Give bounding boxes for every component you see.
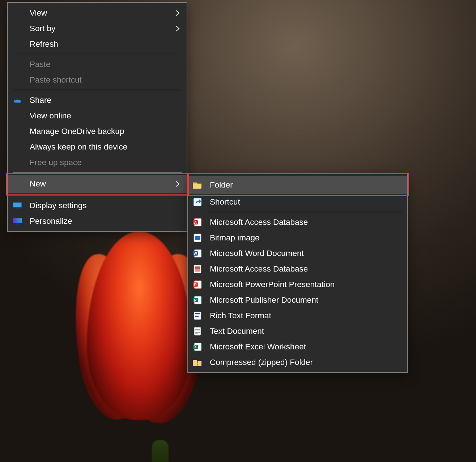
menu-label: Free up space	[30, 158, 181, 167]
menu-label: Refresh	[30, 39, 181, 49]
onedrive-icon	[12, 95, 22, 105]
bitmap-icon	[192, 233, 203, 243]
menu-item-view[interactable]: View	[8, 5, 187, 21]
menu-item-always-keep[interactable]: Always keep on this device	[8, 139, 187, 155]
publisher-icon: P	[192, 295, 203, 305]
svg-text:A: A	[194, 220, 196, 224]
menu-separator	[13, 172, 182, 173]
zip-folder-icon	[192, 357, 203, 368]
menu-label: Bitmap image	[210, 233, 401, 243]
submenu-item-folder[interactable]: Folder	[188, 176, 407, 194]
blank-icon	[12, 8, 22, 18]
menu-item-free-up-space: Free up space	[8, 155, 187, 170]
submenu-item-access-database[interactable]: A Microsoft Access Database	[188, 214, 407, 230]
shortcut-icon	[192, 197, 203, 207]
menu-item-manage-onedrive-backup[interactable]: Manage OneDrive backup	[8, 123, 187, 139]
rtf-icon	[192, 311, 203, 321]
menu-item-display-settings[interactable]: Display settings	[8, 198, 187, 213]
menu-label: Share	[30, 96, 181, 105]
blank-icon	[12, 39, 22, 49]
svg-rect-25	[194, 312, 201, 320]
svg-rect-17	[195, 266, 200, 269]
menu-item-view-online[interactable]: View online	[8, 108, 187, 123]
menu-item-paste: Paste	[8, 56, 187, 72]
menu-label: View	[30, 8, 174, 18]
menu-label: Microsoft Access Database	[210, 264, 401, 274]
menu-separator	[13, 195, 182, 196]
display-settings-icon	[12, 201, 22, 211]
menu-label: Microsoft PowerPoint Presentation	[210, 280, 401, 289]
personalize-icon	[12, 216, 22, 226]
menu-label: Personalize	[30, 217, 181, 226]
submenu-item-rtf[interactable]: Rich Text Format	[188, 308, 407, 323]
svg-rect-40	[197, 364, 198, 365]
submenu-item-word[interactable]: W Microsoft Word Document	[188, 245, 407, 261]
menu-item-share[interactable]: Share	[8, 92, 187, 108]
blank-icon	[12, 142, 22, 152]
menu-item-refresh[interactable]: Refresh	[8, 36, 187, 52]
menu-label: New	[30, 179, 174, 189]
submenu-item-access-database-2[interactable]: Microsoft Access Database	[188, 261, 407, 277]
chevron-right-icon	[174, 181, 181, 187]
submenu-item-shortcut[interactable]: Shortcut	[188, 194, 407, 210]
menu-separator	[208, 212, 402, 212]
menu-label: Shortcut	[210, 197, 401, 207]
word-icon: W	[192, 248, 203, 259]
svg-rect-18	[195, 269, 200, 272]
submenu-item-powerpoint[interactable]: P Microsoft PowerPoint Presentation	[188, 277, 407, 292]
svg-text:P: P	[194, 298, 197, 302]
menu-item-new[interactable]: New	[8, 175, 187, 193]
svg-rect-39	[197, 362, 198, 363]
menu-label: Rich Text Format	[210, 311, 401, 320]
submenu-item-zip[interactable]: Compressed (zipped) Folder	[188, 354, 407, 370]
text-file-icon	[192, 326, 203, 336]
svg-rect-33	[195, 333, 198, 334]
blank-icon	[12, 75, 22, 85]
menu-item-paste-shortcut: Paste shortcut	[8, 72, 187, 88]
excel-icon: X	[192, 342, 203, 352]
menu-label: Microsoft Publisher Document	[210, 295, 401, 305]
wallpaper-flower	[72, 232, 206, 462]
menu-label: Microsoft Excel Worksheet	[210, 342, 401, 352]
wallpaper-stem	[152, 440, 169, 462]
svg-rect-12	[195, 236, 200, 240]
menu-item-sort-by[interactable]: Sort by	[8, 21, 187, 36]
chevron-right-icon	[174, 25, 181, 32]
menu-separator	[13, 90, 182, 90]
access-file-icon	[192, 264, 203, 274]
blank-icon	[12, 59, 22, 70]
svg-rect-32	[195, 332, 200, 333]
svg-text:W: W	[194, 252, 197, 256]
svg-rect-16	[194, 265, 201, 273]
svg-rect-26	[195, 313, 200, 314]
submenu-item-bitmap[interactable]: Bitmap image	[188, 230, 407, 245]
svg-rect-4	[13, 218, 22, 223]
submenu-item-text[interactable]: Text Document	[188, 323, 407, 339]
svg-rect-5	[16, 223, 19, 224]
menu-label: Sort by	[30, 24, 174, 33]
svg-text:P: P	[194, 283, 197, 287]
menu-label: Microsoft Access Database	[210, 218, 401, 227]
chevron-right-icon	[174, 10, 181, 16]
menu-label: Manage OneDrive backup	[30, 127, 181, 136]
submenu-item-publisher[interactable]: P Microsoft Publisher Document	[188, 292, 407, 308]
blank-icon	[12, 179, 22, 189]
blank-icon	[12, 111, 22, 121]
svg-rect-1	[16, 208, 19, 209]
desktop-context-menu: View Sort by Refresh Paste Paste shortcu…	[7, 2, 187, 232]
menu-label: Display settings	[30, 201, 181, 210]
submenu-item-excel[interactable]: X Microsoft Excel Worksheet	[188, 339, 407, 354]
svg-rect-31	[195, 331, 200, 331]
svg-rect-27	[195, 315, 200, 315]
powerpoint-icon: P	[192, 280, 203, 290]
new-submenu: Folder Shortcut A Microsoft Access Datab…	[187, 173, 408, 373]
svg-rect-37	[197, 361, 198, 366]
menu-label: Text Document	[210, 327, 401, 336]
svg-rect-30	[195, 329, 200, 330]
menu-label: Always keep on this device	[30, 142, 181, 152]
menu-label: View online	[30, 111, 181, 121]
menu-label: Folder	[210, 180, 401, 190]
access-icon: A	[192, 217, 203, 227]
svg-rect-28	[195, 316, 199, 317]
menu-item-personalize[interactable]: Personalize	[8, 213, 187, 229]
